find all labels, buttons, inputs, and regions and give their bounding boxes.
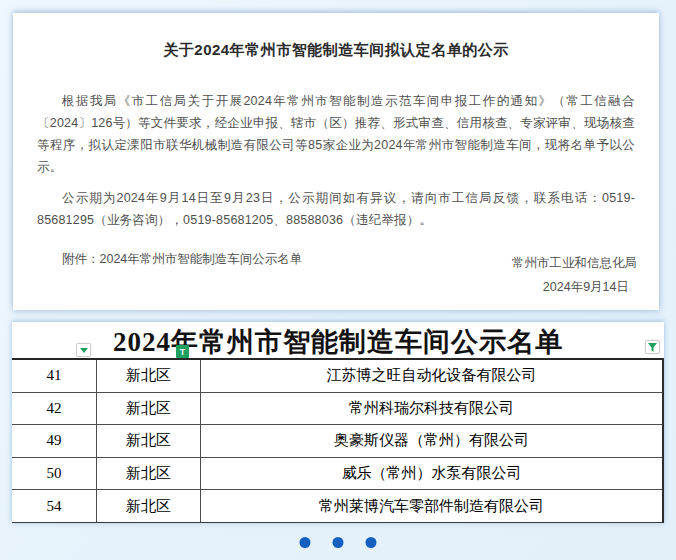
table-row: 54 新北区 常州莱博汽车零部件制造有限公司 [12,490,663,523]
cell-number: 50 [12,457,97,490]
cell-company: 常州莱博汽车零部件制造有限公司 [201,490,664,523]
cell-district: 新北区 [97,392,201,425]
document-body: 根据我局《市工信局关于开展2024年常州市智能制造示范车间申报工作的通知》（常工… [37,90,635,231]
cell-district: 新北区 [97,359,201,392]
filter-funnel-button[interactable] [645,340,660,354]
cell-number: 54 [12,490,97,523]
document-paragraph-basis: 根据我局《市工信局关于开展2024年常州市智能制造示范车间申报工作的通知》（常工… [37,90,635,178]
table-title: 2024年常州市智能制造车间公示名单 [12,324,664,360]
attachment-table-card: 2024年常州市智能制造车间公示名单 T 41 新北区 江苏博之旺自动化设备有限… [12,322,664,522]
document-title: 关于2024年常州市智能制造车间拟认定名单的公示 [43,41,629,60]
cell-district: 新北区 [97,457,201,490]
table-row: 42 新北区 常州科瑞尔科技有限公司 [12,392,663,425]
company-table: 41 新北区 江苏博之旺自动化设备有限公司 42 新北区 常州科瑞尔科技有限公司… [12,358,664,523]
cell-number: 42 [12,392,97,425]
funnel-icon [648,343,657,352]
pagination-dot[interactable] [300,537,311,548]
table-row: 49 新北区 奥豪斯仪器（常州）有限公司 [12,425,663,458]
signature-block: 常州市工业和信息化局 2024年9月14日 [512,251,637,299]
table-title-row: 2024年常州市智能制造车间公示名单 T [12,322,664,358]
pagination-dot[interactable] [333,537,344,548]
pagination-dot[interactable] [366,537,377,548]
cell-company: 常州科瑞尔科技有限公司 [201,392,664,425]
cell-company: 威乐（常州）水泵有限公司 [201,457,664,490]
cell-company: 奥豪斯仪器（常州）有限公司 [201,425,664,458]
table-row: 41 新北区 江苏博之旺自动化设备有限公司 [12,359,663,392]
announcement-document: 关于2024年常州市智能制造车间拟认定名单的公示 根据我局《市工信局关于开展20… [13,13,659,310]
cell-district: 新北区 [97,490,201,523]
pagination-dots [300,537,377,548]
signature-date: 2024年9月14日 [512,275,637,299]
cell-number: 49 [12,425,97,458]
document-paragraph-period: 公示期为2024年9月14日至9月23日，公示期间如有异议，请向市工信局反馈，联… [37,187,635,231]
cell-district: 新北区 [97,425,201,458]
collaborator-cursor-badge: T [176,345,189,358]
table-row: 50 新北区 威乐（常州）水泵有限公司 [12,457,663,490]
cell-company: 江苏博之旺自动化设备有限公司 [201,359,664,392]
signature-org: 常州市工业和信息化局 [512,251,637,275]
cell-number: 41 [12,359,97,392]
